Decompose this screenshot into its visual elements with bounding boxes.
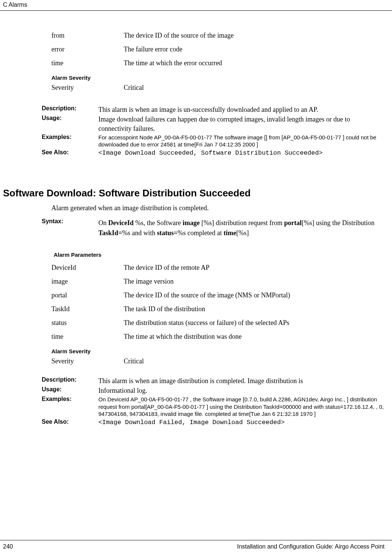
footer-title: Installation and Configuration Guide: Ai…	[237, 543, 385, 550]
syntax-text: On DeviceId %s, the Software image [%s] …	[98, 218, 385, 238]
b: image	[183, 219, 200, 227]
usage-row: Usage: Image download failures can happe…	[51, 115, 385, 133]
severity-row: Severity Critical	[51, 84, 385, 92]
seealso-label: See Also:	[42, 149, 98, 158]
param-row: TaskId The task ID of the distribution	[51, 305, 385, 313]
param-row: error The failure error code	[51, 45, 385, 53]
param-row: status The distribution status (success …	[51, 319, 385, 327]
seealso-text: <Image Download Succeeded, Software Dist…	[98, 149, 385, 158]
param-desc: The device ID of the source of the image	[124, 32, 385, 40]
syntax-row: Syntax: On DeviceId %s, the Software ima…	[51, 218, 385, 238]
usage-label: Usage:	[42, 115, 98, 133]
page-footer: 240 Installation and Configuration Guide…	[0, 540, 392, 556]
examples-row: Examples: For accesspoint Node AP_00-0A-…	[51, 134, 385, 148]
param-row: time The time at which the error occurre…	[51, 59, 385, 67]
t: %s, the Software	[133, 219, 182, 227]
t: On	[98, 219, 108, 227]
b: status=	[157, 229, 177, 237]
param-name: time	[51, 333, 124, 341]
severity-value: Critical	[124, 84, 385, 92]
t: [%s] using the Distribution	[301, 219, 374, 227]
param-name: image	[51, 278, 124, 285]
usage-row: Usage: Informational log.	[51, 386, 385, 395]
alarm-severity-header: Alarm Severity	[51, 75, 385, 81]
t: %s and with	[122, 229, 157, 237]
severity-row: Severity Critical	[51, 357, 385, 365]
page-number: 240	[3, 543, 13, 550]
t: %s completed at	[177, 229, 223, 237]
param-desc: The task ID of the distribution	[124, 305, 385, 313]
examples-text: For accesspoint Node AP_00-0A-F5-00-01-7…	[98, 134, 385, 148]
param-name: TaskId	[51, 305, 124, 313]
seealso-text: <Image Download Failed, Image Download S…	[98, 418, 385, 427]
seealso-row: See Also: <Image Download Succeeded, Sof…	[51, 149, 385, 158]
param-name: error	[51, 45, 124, 53]
param-name: DeviceId	[51, 264, 124, 272]
param-desc: The image version	[124, 278, 385, 285]
param-row: from The device ID of the source of the …	[51, 32, 385, 40]
examples-label: Examples:	[42, 134, 98, 148]
param-desc: The device ID of the source of the image…	[124, 291, 385, 299]
param-name: portal	[51, 291, 124, 299]
param-row: image The image version	[51, 278, 385, 285]
param-desc: The time at which the distribution was d…	[124, 333, 385, 341]
description-row: Description: This alarm is when an image…	[51, 105, 385, 114]
b: portal	[284, 219, 301, 227]
param-row: DeviceId The device ID of the remote AP	[51, 264, 385, 272]
b: TaskId=	[98, 229, 122, 237]
b: time	[224, 229, 236, 237]
alarm-parameters-header: Alarm Parameters	[51, 252, 385, 258]
description-label: Description:	[42, 376, 98, 385]
usage-text: Informational log.	[98, 386, 385, 395]
param-name: status	[51, 319, 124, 327]
header-section: C Alarms	[3, 1, 27, 8]
param-desc: The device ID of the remote AP	[124, 264, 385, 272]
main-content-2: Alarm generated when an image distributi…	[0, 204, 392, 427]
description-label: Description:	[42, 105, 98, 114]
examples-row: Examples: On DeviceId AP_00-0A-F5-00-01-…	[51, 396, 385, 418]
section-heading: Software Download: Software Distribution…	[3, 187, 392, 199]
t: [%s]	[236, 229, 249, 237]
param-name: time	[51, 59, 124, 67]
description-text: This alarm is when an image is un-succes…	[98, 105, 385, 114]
t: [%s] distribution request from	[200, 219, 284, 227]
usage-text: Image download failures can happen due t…	[98, 115, 385, 133]
examples-text: On DeviceId AP_00-0A-F5-00-01-77 , the S…	[98, 396, 385, 418]
section-intro: Alarm generated when an image distributi…	[51, 204, 385, 212]
examples-label: Examples:	[42, 396, 98, 418]
param-name: from	[51, 32, 124, 40]
b: DeviceId	[108, 219, 134, 227]
param-desc: The time at which the error occurred	[124, 59, 385, 67]
severity-label: Severity	[51, 357, 124, 365]
syntax-label: Syntax:	[42, 218, 98, 238]
param-desc: The distribution status (success or fail…	[124, 319, 385, 327]
description-text: This alarm is when an image distribution…	[98, 376, 385, 385]
param-row: time The time at which the distribution …	[51, 333, 385, 341]
param-row: portal The device ID of the source of th…	[51, 291, 385, 299]
main-content: from The device ID of the source of the …	[0, 32, 392, 158]
seealso-label: See Also:	[42, 418, 98, 427]
description-row: Description: This alarm is when an image…	[51, 376, 385, 385]
param-desc: The failure error code	[124, 45, 385, 53]
alarm-severity-header: Alarm Severity	[51, 348, 385, 354]
page-header: C Alarms	[0, 0, 392, 11]
usage-label: Usage:	[42, 386, 98, 395]
severity-label: Severity	[51, 84, 124, 92]
severity-value: Critical	[124, 357, 385, 365]
seealso-row: See Also: <Image Download Failed, Image …	[51, 418, 385, 427]
